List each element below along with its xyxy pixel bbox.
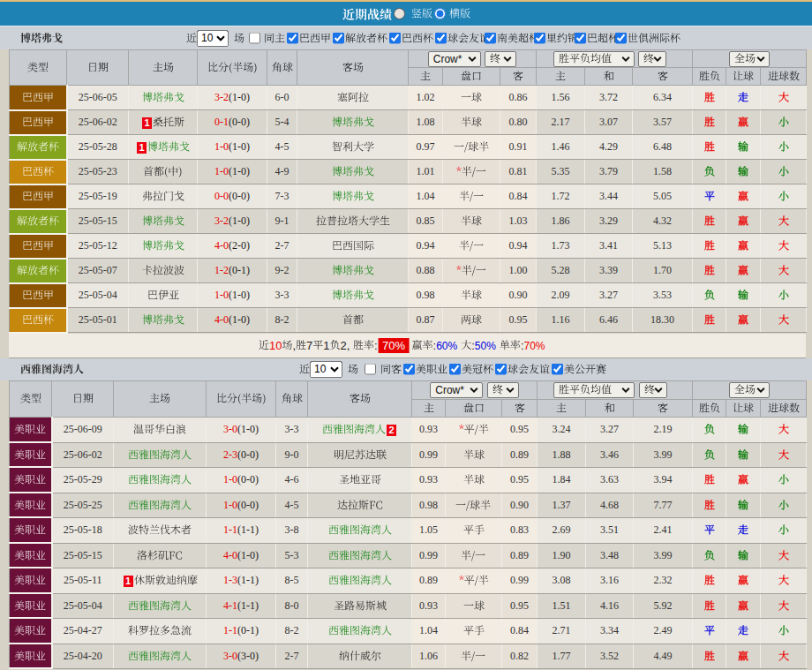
svg-text:1: 1 [323,339,329,352]
svg-text:2,: 2, [341,339,350,352]
svg-text:10: 10 [269,339,282,352]
svg-text::: : [374,339,378,352]
svg-text:50%: 50% [475,340,496,352]
svg-text:70%: 70% [382,339,405,352]
svg-text:70%: 70% [524,340,545,352]
svg-text:60%: 60% [436,340,457,352]
svg-text:,: , [293,339,297,352]
svg-text:7: 7 [306,339,312,352]
